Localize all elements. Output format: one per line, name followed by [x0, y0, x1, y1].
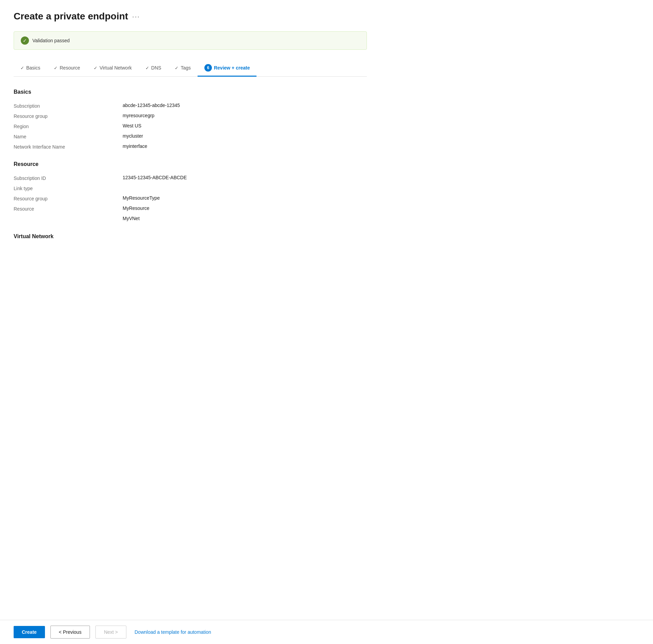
validation-text: Validation passed: [32, 38, 69, 43]
field-value-resource: MyResource: [123, 205, 150, 211]
tab-label-dns: DNS: [151, 65, 161, 71]
tab-basics[interactable]: ✓ Basics: [14, 62, 47, 76]
field-value-nic-name: myinterface: [123, 143, 147, 149]
tab-label-virtual-network: Virtual Network: [99, 65, 132, 71]
tab-label-resource: Resource: [60, 65, 80, 71]
field-subscription-id: Subscription ID 12345-12345-ABCDE-ABCDE: [14, 173, 354, 183]
field-value-resource-group-basics: myresourcegrp: [123, 113, 154, 118]
tab-review-create[interactable]: 6 Review + create: [198, 61, 256, 77]
field-value-subscription-id: 12345-12345-ABCDE-ABCDE: [123, 175, 187, 180]
field-label-myvnet: [14, 216, 123, 216]
page-title: Create a private endpoint: [14, 11, 128, 22]
tab-resource[interactable]: ✓ Resource: [47, 62, 87, 76]
field-value-subscription: abcde-12345-abcde-12345: [123, 103, 180, 108]
field-resource: Resource MyResource: [14, 203, 354, 214]
resource-section-title: Resource: [14, 161, 354, 167]
virtual-network-section: Virtual Network: [14, 233, 354, 240]
field-resource-group-resource: Resource group MyResourceType: [14, 193, 354, 203]
field-label-resource: Resource: [14, 205, 123, 212]
tab-check-resource: ✓: [54, 65, 58, 71]
field-label-nic-name: Network Interface Name: [14, 143, 123, 150]
tab-virtual-network[interactable]: ✓ Virtual Network: [87, 62, 139, 76]
field-value-myvnet: MyVNet: [123, 216, 140, 221]
ellipsis-menu-button[interactable]: ···: [132, 13, 140, 20]
tab-check-dns: ✓: [145, 65, 149, 71]
tab-tags[interactable]: ✓ Tags: [168, 62, 198, 76]
field-region: Region West US: [14, 121, 354, 131]
field-value-resource-group-resource: MyResourceType: [123, 195, 160, 201]
field-value-region: West US: [123, 123, 141, 128]
validation-check-icon: ✓: [21, 36, 29, 45]
field-nic-name: Network Interface Name myinterface: [14, 141, 354, 152]
basics-section: Basics Subscription abcde-12345-abcde-12…: [14, 89, 354, 152]
field-value-name: mycluster: [123, 133, 143, 139]
tab-check-basics: ✓: [20, 65, 24, 71]
field-label-name: Name: [14, 133, 123, 139]
tab-check-virtual-network: ✓: [94, 65, 97, 71]
tab-label-tags: Tags: [181, 65, 191, 71]
field-label-region: Region: [14, 123, 123, 129]
field-label-resource-group-basics: Resource group: [14, 113, 123, 119]
wizard-tabs: ✓ Basics ✓ Resource ✓ Virtual Network ✓ …: [14, 61, 367, 77]
field-link-type: Link type: [14, 183, 354, 193]
field-label-subscription-id: Subscription ID: [14, 175, 123, 181]
field-resource-group-basics: Resource group myresourcegrp: [14, 111, 354, 121]
validation-banner: ✓ Validation passed: [14, 31, 367, 50]
field-label-link-type: Link type: [14, 185, 123, 191]
field-myvnet: MyVNet: [14, 214, 354, 224]
field-subscription: Subscription abcde-12345-abcde-12345: [14, 101, 354, 111]
field-label-resource-group-resource: Resource group: [14, 195, 123, 201]
tab-dns[interactable]: ✓ DNS: [139, 62, 168, 76]
tab-badge-review-create: 6: [204, 64, 212, 72]
tab-label-review-create: Review + create: [214, 65, 250, 71]
field-name: Name mycluster: [14, 131, 354, 141]
basics-section-title: Basics: [14, 89, 354, 95]
resource-section: Resource Subscription ID 12345-12345-ABC…: [14, 161, 354, 224]
tab-label-basics: Basics: [26, 65, 40, 71]
field-label-subscription: Subscription: [14, 103, 123, 109]
tab-check-tags: ✓: [175, 65, 178, 71]
virtual-network-section-title: Virtual Network: [14, 233, 354, 240]
content-area: Basics Subscription abcde-12345-abcde-12…: [14, 89, 354, 240]
